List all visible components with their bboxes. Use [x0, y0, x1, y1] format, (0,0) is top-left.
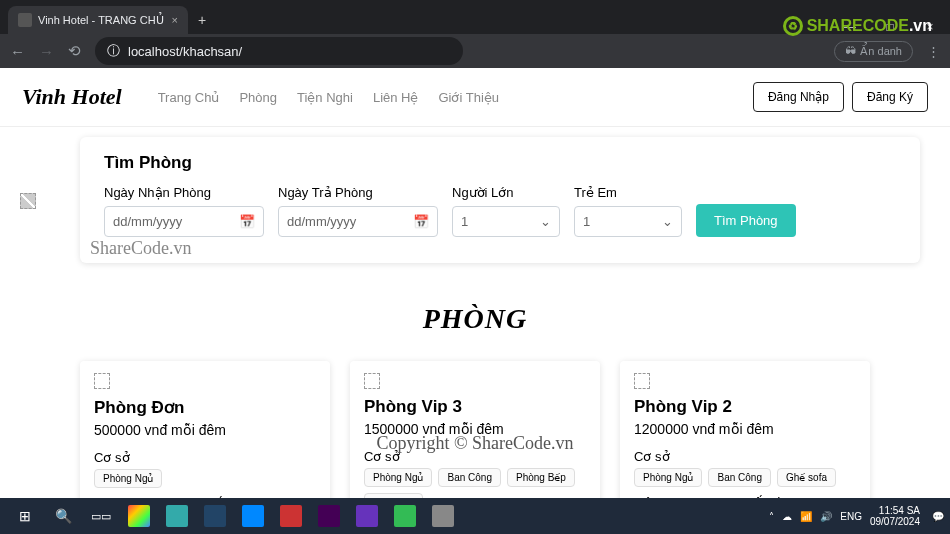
children-select[interactable]: 1 ⌄	[574, 206, 682, 237]
facility-tag: Ban Công	[708, 468, 770, 487]
taskbar-app[interactable]	[274, 502, 308, 530]
facilities-label: Cơ sở	[634, 449, 856, 464]
tray-volume-icon[interactable]: 🔊	[820, 511, 832, 522]
nav-link-home[interactable]: Trang Chủ	[158, 90, 220, 105]
room-card[interactable]: Phòng Đơn 500000 vnđ mỗi đêm Cơ sở Phòng…	[80, 361, 330, 498]
taskbar-app[interactable]	[350, 502, 384, 530]
tray-wifi-icon[interactable]: 📶	[800, 511, 812, 522]
tray-chevron-icon[interactable]: ˄	[769, 511, 774, 522]
facility-tag: Phòng Ngủ	[364, 468, 432, 487]
address-bar[interactable]: ⓘ localhost/khachsan/	[95, 37, 463, 65]
chevron-down-icon: ⌄	[540, 214, 551, 229]
register-button[interactable]: Đăng Ký	[852, 82, 928, 112]
menu-button[interactable]: ⋮	[927, 44, 940, 59]
calendar-icon: 📅	[239, 214, 255, 229]
sharecode-logo: ♻ SHARECODE.vn	[783, 16, 932, 36]
taskbar-app[interactable]	[160, 502, 194, 530]
taskbar-app[interactable]	[198, 502, 232, 530]
checkout-label: Ngày Trả Phòng	[278, 185, 438, 200]
site-info-icon[interactable]: ⓘ	[107, 42, 120, 60]
back-button[interactable]: ←	[10, 43, 25, 60]
browser-toolbar: ← → ⟲ ⓘ localhost/khachsan/ 🕶 Ẩn danh ⋮	[0, 34, 950, 68]
adults-label: Người Lớn	[452, 185, 560, 200]
facility-tag: Ban Công	[438, 468, 500, 487]
checkout-input[interactable]: dd/mm/yyyy 📅	[278, 206, 438, 237]
forward-button[interactable]: →	[39, 43, 54, 60]
search-taskbar[interactable]: 🔍	[46, 502, 80, 530]
room-price: 500000 vnđ mỗi đêm	[94, 422, 316, 438]
nav-link-amenities[interactable]: Tiện Nghi	[297, 90, 353, 105]
facility-tag: Phòng Ngủ	[634, 468, 702, 487]
system-clock[interactable]: 11:54 SA 09/07/2024	[870, 505, 920, 527]
nav-link-about[interactable]: Giới Thiệu	[438, 90, 499, 105]
facility-tag: Phòng Ngủ	[94, 469, 162, 488]
taskbar-app[interactable]	[388, 502, 422, 530]
favicon	[18, 13, 32, 27]
room-name: Phòng Vip 2	[634, 397, 856, 417]
broken-image-icon	[634, 373, 650, 389]
broken-image-icon	[94, 373, 110, 389]
page-content: Vinh Hotel Trang Chủ Phòng Tiện Nghi Liê…	[0, 68, 950, 498]
windows-taskbar: ⊞ 🔍 ▭▭ ˄ ☁ 📶 🔊 ENG 11:54 SA 09/07/2024 💬	[0, 498, 950, 534]
nav-link-contact[interactable]: Liên Hệ	[373, 90, 419, 105]
search-button[interactable]: Tìm Phòng	[696, 204, 796, 237]
facilities-label: Cơ sở	[94, 450, 316, 465]
task-view[interactable]: ▭▭	[84, 502, 118, 530]
login-button[interactable]: Đăng Nhập	[753, 82, 844, 112]
rooms-grid: Phòng Đơn 500000 vnđ mỗi đêm Cơ sở Phòng…	[20, 361, 930, 498]
tray-onedrive-icon[interactable]: ☁	[782, 511, 792, 522]
room-card[interactable]: Phòng Vip 3 1500000 vnđ mỗi đêm Cơ sở Ph…	[350, 361, 600, 498]
url-text: localhost/khachsan/	[128, 44, 242, 59]
nav-links: Trang Chủ Phòng Tiện Nghi Liên Hệ Giới T…	[158, 90, 499, 105]
notifications-icon[interactable]: 💬	[932, 511, 944, 522]
start-button[interactable]: ⊞	[8, 502, 42, 530]
checkin-input[interactable]: dd/mm/yyyy 📅	[104, 206, 264, 237]
taskbar-app[interactable]	[122, 502, 156, 530]
reload-button[interactable]: ⟲	[68, 42, 81, 60]
room-price: 1200000 vnđ mỗi đêm	[634, 421, 856, 437]
incognito-badge[interactable]: 🕶 Ẩn danh	[834, 41, 913, 62]
children-label: Trẻ Em	[574, 185, 682, 200]
broken-image-icon	[364, 373, 380, 389]
nav-link-rooms[interactable]: Phòng	[239, 90, 277, 105]
room-name: Phòng Vip 3	[364, 397, 586, 417]
rooms-heading: PHÒNG	[20, 303, 930, 335]
tray-language[interactable]: ENG	[840, 511, 862, 522]
checkin-label: Ngày Nhận Phòng	[104, 185, 264, 200]
taskbar-app[interactable]	[236, 502, 270, 530]
room-name: Phòng Đơn	[94, 397, 316, 418]
facilities-label: Cơ sở	[364, 449, 586, 464]
room-price: 1500000 vnđ mỗi đêm	[364, 421, 586, 437]
browser-tab[interactable]: Vinh Hotel - TRANG CHỦ ×	[8, 6, 188, 34]
new-tab-button[interactable]: +	[198, 12, 206, 28]
search-panel: Tìm Phòng Ngày Nhận Phòng dd/mm/yyyy 📅 N…	[80, 137, 920, 263]
recycle-icon: ♻	[783, 16, 803, 36]
taskbar-app[interactable]	[312, 502, 346, 530]
facility-tag: Ghế sofa	[777, 468, 836, 487]
chevron-down-icon: ⌄	[662, 214, 673, 229]
site-brand[interactable]: Vinh Hotel	[22, 84, 122, 110]
tab-title: Vinh Hotel - TRANG CHỦ	[38, 14, 164, 27]
incognito-icon: 🕶	[845, 45, 856, 57]
site-navbar: Vinh Hotel Trang Chủ Phòng Tiện Nghi Liê…	[0, 68, 950, 127]
system-tray: ˄ ☁ 📶 🔊 ENG 11:54 SA 09/07/2024 💬	[769, 505, 944, 527]
facility-tag: Phòng Bếp	[507, 468, 575, 487]
adults-select[interactable]: 1 ⌄	[452, 206, 560, 237]
broken-image-icon	[20, 193, 36, 209]
taskbar-app[interactable]	[426, 502, 460, 530]
search-title: Tìm Phòng	[104, 153, 896, 173]
room-card[interactable]: Phòng Vip 2 1200000 vnđ mỗi đêm Cơ sở Ph…	[620, 361, 870, 498]
tab-close-icon[interactable]: ×	[172, 14, 178, 26]
calendar-icon: 📅	[413, 214, 429, 229]
